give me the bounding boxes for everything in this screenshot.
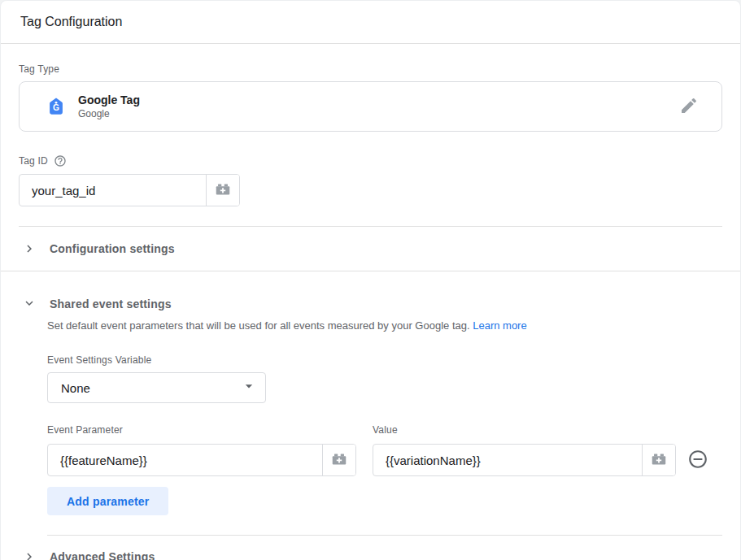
shared-event-description: Set default event parameters that will b… — [47, 319, 722, 333]
variable-picker-icon — [330, 450, 348, 471]
value-header: Value — [373, 424, 676, 436]
google-tag-icon: G — [46, 96, 67, 117]
tag-id-variable-picker-button[interactable] — [206, 175, 239, 206]
section-advanced-settings[interactable]: Advanced Settings — [1, 536, 740, 560]
chevron-down-icon — [22, 296, 37, 310]
chevron-right-icon — [22, 241, 37, 256]
tag-type-label: Tag Type — [19, 63, 722, 75]
remove-circle-icon — [687, 449, 708, 472]
section-shared-event-settings[interactable]: Shared event settings — [1, 271, 740, 312]
value-variable-picker-button[interactable] — [642, 445, 675, 475]
tag-id-field-group — [19, 174, 240, 206]
add-parameter-button[interactable]: Add parameter — [47, 487, 168, 515]
event-parameter-input[interactable] — [48, 445, 322, 475]
caret-down-icon — [241, 378, 257, 397]
event-parameter-header: Event Parameter — [47, 424, 356, 436]
value-field-group — [373, 444, 676, 476]
learn-more-link[interactable]: Learn more — [473, 319, 526, 332]
remove-parameter-button[interactable] — [687, 444, 708, 476]
event-settings-variable-select[interactable]: None — [47, 372, 266, 403]
value-input[interactable] — [373, 445, 642, 475]
panel-header: Tag Configuration — [1, 1, 740, 44]
chevron-right-icon — [22, 549, 37, 560]
pencil-icon — [679, 96, 699, 118]
parameter-row: Event Parameter — [47, 424, 722, 476]
tag-id-label: Tag ID — [19, 155, 48, 167]
selected-value: None — [61, 381, 90, 395]
tag-type-card[interactable]: G Google Tag Google — [19, 81, 722, 132]
parameter-variable-picker-button[interactable] — [322, 445, 355, 475]
page-title: Tag Configuration — [20, 15, 122, 29]
variable-picker-icon — [214, 180, 232, 201]
tag-configuration-panel: Tag Configuration Tag Type G Google Tag … — [0, 0, 741, 560]
variable-picker-icon — [650, 450, 668, 471]
tag-id-input[interactable] — [20, 175, 206, 206]
help-icon[interactable] — [54, 154, 67, 167]
event-settings-variable-label: Event Settings Variable — [47, 354, 722, 366]
tag-type-vendor: Google — [78, 108, 140, 119]
svg-text:G: G — [53, 103, 59, 112]
tag-type-name: Google Tag — [78, 93, 140, 106]
section-configuration-settings[interactable]: Configuration settings — [1, 227, 740, 271]
event-parameter-field-group — [47, 444, 356, 476]
edit-tag-type-button[interactable] — [674, 91, 704, 123]
